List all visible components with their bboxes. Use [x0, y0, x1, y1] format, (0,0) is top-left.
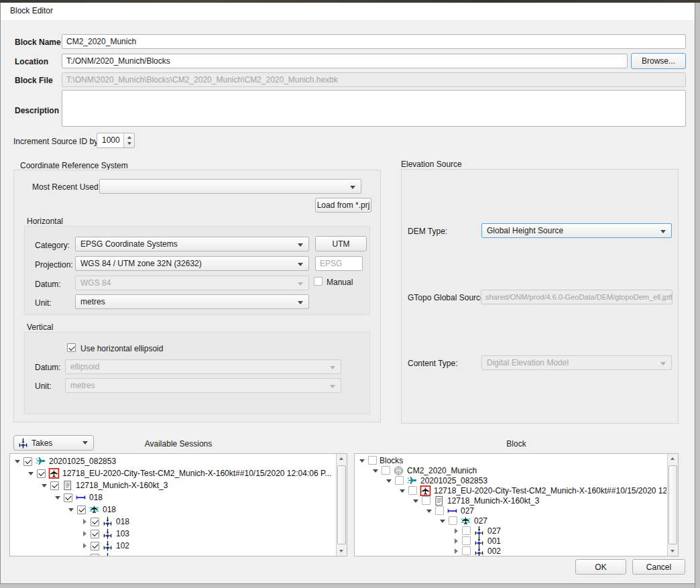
tree-row[interactable]: 027: [355, 516, 666, 526]
collapse-arrow-icon[interactable]: [386, 477, 392, 484]
spin-up-icon[interactable]: [127, 136, 131, 139]
available-sessions-tree: 20201025_08285312718_EU-2020-City-Test-C…: [11, 455, 335, 556]
most-recent-used-combobox[interactable]: [99, 179, 361, 194]
tree-item-checkbox[interactable]: [37, 469, 46, 478]
unit-combobox[interactable]: metres: [75, 294, 309, 309]
scroll-up-button[interactable]: [668, 454, 678, 465]
tree-item-checkbox[interactable]: [422, 496, 430, 505]
epsg-code-input[interactable]: [315, 256, 363, 271]
collapse-arrow-icon[interactable]: [400, 487, 406, 494]
tree-item-checkbox[interactable]: [449, 516, 457, 525]
expand-arrow-icon[interactable]: [82, 518, 88, 525]
tree-item-checkbox[interactable]: [382, 466, 390, 475]
tree-item-checkbox[interactable]: [64, 493, 72, 502]
category-combobox[interactable]: EPSG Coordinate Systems: [75, 237, 309, 251]
tree-item-checkbox[interactable]: [91, 554, 99, 556]
manual-checkbox[interactable]: [314, 277, 323, 286]
tree-row[interactable]: 12718_Munich-X-160kt_3: [355, 495, 666, 506]
vertical-scrollbar[interactable]: [667, 454, 678, 556]
tree-item-checkbox[interactable]: [462, 536, 471, 545]
collapse-arrow-icon[interactable]: [42, 482, 48, 489]
expand-arrow-icon[interactable]: [82, 530, 88, 537]
block-name-input[interactable]: [62, 34, 686, 49]
tree-item-checkbox[interactable]: [77, 506, 86, 514]
block-panel: BlocksCM2_2020_Munich20201025_0828531271…: [354, 453, 679, 556]
spin-buttons[interactable]: [123, 133, 134, 148]
collapse-arrow-icon[interactable]: [426, 508, 432, 514]
tree-item-checkbox[interactable]: [395, 476, 404, 485]
tree-row[interactable]: 018: [11, 491, 335, 504]
load-from-prj-button[interactable]: Load from *.prj: [315, 198, 371, 213]
scroll-down-button[interactable]: [668, 545, 678, 556]
utm-button[interactable]: UTM: [315, 236, 367, 251]
tree-item-checkbox[interactable]: [435, 506, 444, 515]
tree-row[interactable]: 102: [11, 540, 335, 552]
block-title: Block: [354, 439, 679, 449]
tree-item-checkbox[interactable]: [462, 526, 471, 535]
tree-row[interactable]: 20201025_082853: [11, 455, 335, 467]
collapse-arrow-icon[interactable]: [440, 518, 446, 524]
tree-item-checkbox[interactable]: [50, 481, 59, 490]
tree-row[interactable]: 002: [355, 546, 666, 556]
vertical-unit-combobox: metres: [65, 378, 341, 393]
description-label: Description: [15, 106, 59, 115]
cancel-button[interactable]: Cancel: [632, 559, 685, 575]
collapse-arrow-icon[interactable]: [15, 458, 21, 465]
scroll-down-button[interactable]: [337, 545, 347, 556]
collapse-arrow-icon[interactable]: [413, 497, 419, 504]
use-horizontal-ellipsoid-checkbox[interactable]: [67, 343, 76, 352]
increment-value: 1000: [102, 135, 120, 145]
tree-item-checkbox[interactable]: [368, 456, 377, 465]
scrollbar-thumb[interactable]: [668, 465, 677, 544]
scroll-up-button[interactable]: [337, 454, 347, 465]
tree-item-checkbox[interactable]: [408, 486, 417, 495]
collapse-arrow-icon[interactable]: [359, 457, 365, 464]
tree-row[interactable]: 001: [355, 536, 666, 546]
tree-item-label: 027: [474, 516, 487, 526]
flight-doc-icon: [433, 495, 445, 506]
flight-line-icon: [447, 506, 458, 516]
projection-combobox[interactable]: WGS 84 / UTM zone 32N (32632): [75, 256, 309, 271]
tree-row[interactable]: [11, 552, 335, 556]
tree-row[interactable]: 018: [11, 504, 335, 516]
collapse-arrow-icon[interactable]: [55, 494, 61, 501]
most-recent-used-label: Most Recent Used:: [32, 182, 101, 192]
tree-row[interactable]: 12718_EU-2020-City-Test-CM2_Munich-X-160…: [355, 485, 666, 495]
tree-item-checkbox[interactable]: [462, 546, 471, 555]
collapse-arrow-icon[interactable]: [28, 470, 34, 477]
tree-row[interactable]: 12718_Munich-X-160kt_3: [11, 479, 335, 491]
window-frame-bottom: [0, 583, 695, 588]
vertical-datum-combobox: ellipsoid: [65, 359, 341, 374]
tree-row[interactable]: 027: [355, 526, 666, 536]
tree-item-checkbox[interactable]: [91, 518, 99, 526]
ok-button[interactable]: OK: [575, 559, 626, 575]
collapse-arrow-icon[interactable]: [373, 467, 379, 474]
expand-arrow-icon[interactable]: [453, 528, 459, 534]
tree-row[interactable]: 027: [355, 506, 666, 516]
scrollbar-thumb[interactable]: [337, 465, 346, 544]
tree-row[interactable]: 12718_EU-2020-City-Test-CM2_Munich-X-160…: [11, 467, 335, 479]
expand-arrow-icon[interactable]: [453, 538, 459, 544]
increment-spinbox[interactable]: 1000: [97, 133, 135, 148]
tree-item-checkbox[interactable]: [91, 542, 99, 550]
tree-row[interactable]: Blocks: [355, 455, 666, 465]
tree-row[interactable]: 103: [11, 528, 335, 540]
expand-arrow-icon[interactable]: [82, 542, 88, 549]
block-name-label: Block Name: [15, 38, 61, 47]
location-label: Location: [15, 57, 48, 66]
description-textarea[interactable]: [62, 90, 686, 127]
expand-arrow-icon[interactable]: [453, 548, 459, 554]
window-frame-right: [695, 3, 700, 588]
tree-item-checkbox[interactable]: [23, 457, 32, 466]
tree-row[interactable]: 20201025_082853: [355, 475, 666, 485]
tree-item-checkbox[interactable]: [91, 530, 99, 538]
location-input[interactable]: [62, 54, 628, 68]
collapse-arrow-icon[interactable]: [68, 506, 74, 513]
tree-row[interactable]: 018: [11, 516, 335, 528]
tree-item-label: 12718_EU-2020-City-Test-CM2_Munich-X-160…: [62, 469, 331, 478]
browse-button[interactable]: Browse...: [631, 53, 686, 69]
spin-down-icon[interactable]: [127, 142, 131, 145]
vertical-scrollbar[interactable]: [336, 454, 347, 556]
tree-row[interactable]: CM2_2020_Munich: [355, 465, 666, 475]
dem-type-combobox[interactable]: Global Height Source: [481, 223, 672, 238]
